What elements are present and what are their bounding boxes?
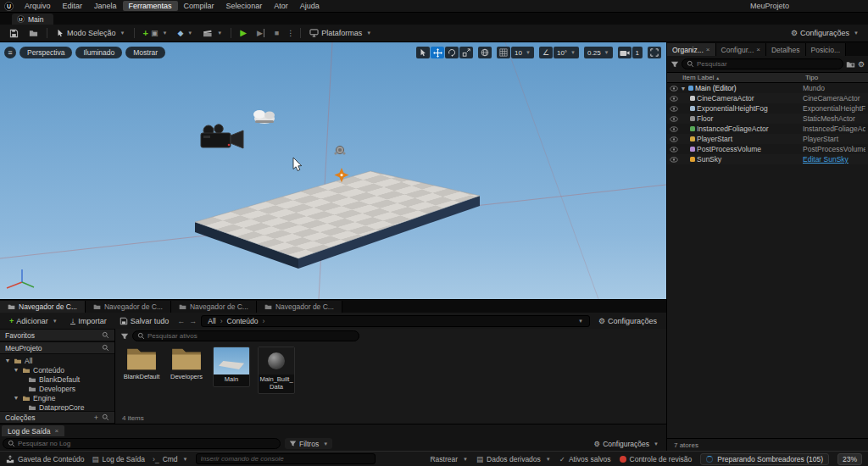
console-input-box[interactable] [196,453,376,464]
outliner-row-postprocess[interactable]: PostProcessVolume PostProcessVolume [667,144,868,154]
output-log-tab[interactable]: Log de Saída × [2,425,64,436]
asset-tile-developers[interactable]: Developers [167,347,206,381]
tree-item-blankdefault[interactable]: BlankDefault [0,374,114,384]
breadcrumb-conteudo[interactable]: Conteúdo [227,317,259,325]
visibility-eye-icon[interactable] [670,157,678,163]
outliner-row-heightfog[interactable]: ExponentialHeightFog ExponentialHeightFo… [667,103,868,114]
add-actor-button[interactable]: + ▣ ▼ [139,26,172,40]
menu-janela[interactable]: Janela [88,1,123,11]
tab-main-level[interactable]: U Main [12,14,53,25]
tab-content-browser-3[interactable]: Navegador de C... [171,301,257,313]
content-settings-dropdown[interactable]: ⚙ Configurações [594,314,661,328]
expand-caret-icon[interactable]: ▼ [4,358,11,363]
assets-saved-indicator[interactable]: ✓ Ativos salvos [559,455,611,463]
visibility-eye-icon[interactable] [670,106,678,112]
cinematics-button[interactable]: ▼ [198,26,226,40]
tree-item-developers[interactable]: Developers [0,384,114,393]
breadcrumb-all[interactable]: All [208,317,215,325]
filter-funnel-icon[interactable] [670,60,679,69]
filters-dropdown[interactable]: Filtros ▼ [285,438,332,449]
import-button[interactable]: ↓ Importar [66,314,111,328]
grid-snap-toggle[interactable] [497,47,510,58]
visibility-eye-icon[interactable] [670,136,678,142]
expand-caret-icon[interactable]: ▼ [13,395,19,401]
asset-tile-main-built-data[interactable]: Main_Built_Data [257,347,296,394]
save-all-button[interactable]: Salvar tudo [115,314,174,328]
tab-content-browser-2[interactable]: Navegador de C... [86,301,171,313]
menu-ajuda[interactable]: Ajuda [294,1,326,11]
visibility-eye-icon[interactable] [670,86,678,92]
close-icon[interactable]: × [706,46,710,53]
trace-dropdown[interactable]: Rastrear ▼ [430,455,468,463]
derived-data-dropdown[interactable]: ▤ Dados derivados ▼ [476,455,551,463]
view-mode-dropdown[interactable]: Iluminado [75,47,122,58]
skip-button[interactable]: ▶ [253,26,269,40]
menu-compilar[interactable]: Compilar [178,1,220,11]
visibility-eye-icon[interactable] [670,126,678,132]
select-tool-button[interactable] [416,47,430,58]
filter-funnel-icon[interactable] [120,332,129,341]
outliner-row-cinecamera[interactable]: CineCameraActor CineCameraActor [667,93,868,103]
path-breadcrumb[interactable]: All › Conteúdo › ▼ [201,315,590,327]
project-header[interactable]: MeuProjeto [0,341,114,354]
output-log-button[interactable]: ▤ Log de Saída [92,455,145,463]
world-space-toggle[interactable] [478,47,492,58]
camera-speed-value[interactable]: 1 [632,47,643,58]
add-collection-icon[interactable]: + [94,413,98,422]
asset-tile-blankdefault[interactable]: BlankDefault [122,347,161,381]
toolbar-settings-dropdown[interactable]: ⚙ Configurações ▼ [787,26,863,40]
tab-organizador[interactable]: Organiz...× [667,43,716,56]
menu-ferramentas[interactable]: Ferramentas [123,1,178,11]
outliner-row-playerstart[interactable]: PlayerStart PlayerStart [667,134,868,144]
menu-editar[interactable]: Editar [57,1,89,11]
background-task[interactable]: Preparando Sombreadores (105) [700,453,829,465]
outliner-search-input[interactable] [697,60,838,68]
visibility-eye-icon[interactable] [670,116,678,122]
visibility-eye-icon[interactable] [670,147,678,153]
content-drawer-button[interactable]: Gaveta de Conteúdo [6,455,84,463]
search-icon[interactable] [102,413,109,421]
perspective-dropdown[interactable]: Perspectiva [19,47,72,58]
cmd-dropdown[interactable]: ›_ Cmd ▼ [153,455,187,463]
play-button[interactable]: ▶ [236,26,251,40]
expand-caret-icon[interactable]: ▼ [680,86,687,92]
new-folder-icon[interactable] [846,60,855,69]
edit-sunsky-link[interactable]: Editar SunSky [803,155,865,164]
log-search-input[interactable] [18,440,275,447]
platforms-dropdown[interactable]: Plataformas ▼ [305,26,376,40]
move-tool-button[interactable] [431,47,444,58]
tab-content-browser-4[interactable]: Navegador de C... [257,301,342,313]
asset-tile-main[interactable]: Main [212,347,251,387]
forward-arrow-icon[interactable]: → [189,317,197,325]
menu-selecionar[interactable]: Selecionar [220,1,269,11]
maximize-viewport-button[interactable] [648,47,661,58]
tab-detalhes[interactable]: Detalhes [766,43,806,56]
asset-search-input[interactable] [147,332,354,340]
mode-select-dropdown[interactable]: Modo Seleção ▼ [52,26,130,40]
outliner-row-sunsky[interactable]: SunSky Editar SunSky [667,154,868,164]
outliner-row-foliage[interactable]: InstancedFoliageActor InstancedFoliageAc… [667,124,868,134]
rotation-snap-toggle[interactable]: ∠ [539,47,553,58]
outliner-search[interactable] [682,58,843,69]
expand-caret-icon[interactable]: ▼ [13,367,19,373]
gear-icon[interactable]: ⚙ [858,60,865,69]
rotate-tool-button[interactable] [445,47,459,58]
search-icon[interactable] [102,344,109,352]
search-icon[interactable] [102,331,109,339]
console-input[interactable] [201,455,370,463]
play-options-kebab[interactable]: ⋮ [285,29,296,37]
level-viewport[interactable]: ≡ Perspectiva Iluminado Mostrar 10▼ ∠ 10… [0,42,666,299]
volumetric-cloud-icon[interactable] [253,110,275,124]
grid-snap-value[interactable]: 10▼ [511,47,534,58]
revision-control-button[interactable]: Controle de revisão [620,455,693,463]
log-settings-dropdown[interactable]: ⚙ Configurações ▼ [590,438,663,449]
scale-snap-value[interactable]: 0.25▼ [584,47,613,58]
tree-item-engine[interactable]: ▼ Engine [0,393,114,402]
scale-tool-button[interactable] [459,47,473,58]
add-button[interactable]: + Adicionar ▼ [5,314,62,328]
asset-search[interactable] [132,330,359,341]
back-arrow-icon[interactable]: ← [177,317,185,325]
tab-content-browser-1[interactable]: Navegador de C... [0,301,86,313]
viewport-menu-button[interactable]: ≡ [4,47,16,58]
stop-button[interactable]: ■ [270,26,283,40]
